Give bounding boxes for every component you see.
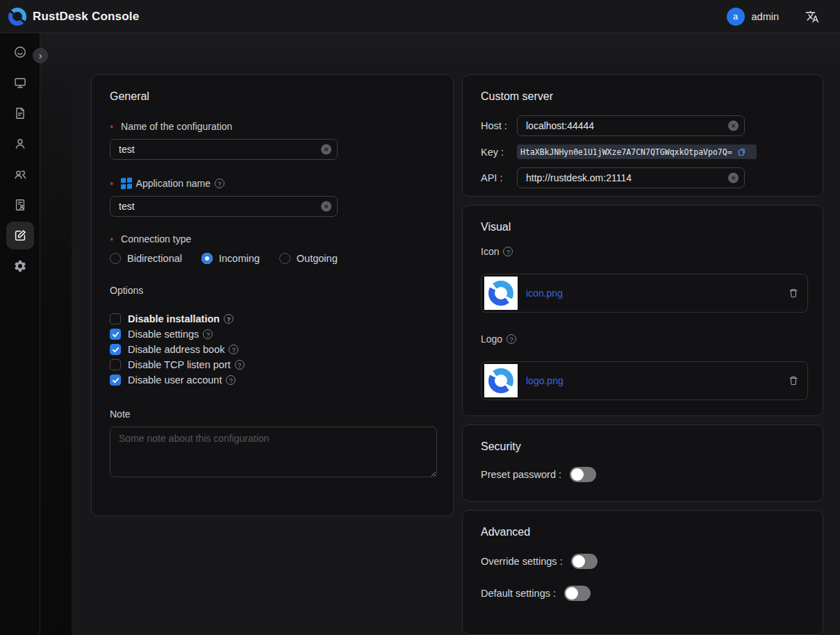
sidebar-item-groups[interactable] [6, 160, 34, 188]
document-icon [13, 106, 27, 120]
rustdesk-logo-icon [488, 368, 513, 393]
custom-server-title: Custom server [481, 90, 805, 103]
advanced-title: Advanced [481, 526, 805, 538]
user-group-icon [13, 167, 27, 181]
general-card: General Name of the configuration Applic… [91, 74, 454, 516]
trash-icon[interactable] [788, 288, 799, 299]
advanced-card: Advanced Override settings : Default set… [462, 510, 823, 635]
user-name[interactable]: admin [752, 11, 780, 22]
app-name-input[interactable] [110, 196, 338, 217]
preset-password-toggle[interactable] [570, 467, 596, 482]
preset-password-label: Preset password : [481, 469, 561, 480]
sidebar-item-users[interactable] [6, 130, 34, 158]
key-value: HtaXBkJNHyn0e1U1jWXze7A7CN7QTGWqxkOtpaVp… [520, 147, 732, 157]
rustdesk-logo-icon [8, 8, 26, 26]
radio-incoming[interactable]: Incoming [201, 253, 260, 264]
gear-icon [13, 259, 27, 273]
default-settings-toggle[interactable] [564, 586, 591, 601]
checkbox-disable-settings[interactable]: Disable settings [110, 327, 435, 342]
checkbox-checked-icon [110, 374, 121, 386]
logo-file-row: logo.png [481, 361, 808, 400]
radio-icon [279, 253, 290, 264]
override-settings-toggle[interactable] [571, 554, 598, 569]
sidebar [0, 33, 40, 635]
sidebar-item-overview[interactable] [6, 38, 34, 66]
visual-card: Visual Icon icon.png Logo [462, 205, 823, 416]
custom-server-card: Custom server Host : Key : HtaXBkJNHyn0e… [462, 74, 823, 197]
smiley-icon [13, 45, 27, 59]
checkbox-checked-icon [110, 329, 121, 340]
checkbox-disable-user-account[interactable]: Disable user account [110, 372, 435, 388]
key-label: Key : [481, 147, 517, 158]
config-name-input[interactable] [110, 139, 338, 160]
logo-file-link[interactable]: logo.png [526, 375, 563, 386]
note-label: Note [110, 409, 435, 420]
clear-icon[interactable] [321, 145, 331, 155]
host-input[interactable] [517, 115, 745, 136]
trash-icon[interactable] [788, 375, 799, 386]
key-value-box: HtaXBkJNHyn0e1U1jWXze7A7CN7QTGWqxkOtpaVp… [517, 145, 757, 159]
connection-type-label: Connection type [110, 233, 435, 245]
help-icon[interactable] [507, 334, 516, 344]
radio-bidirectional[interactable]: Bidirectional [110, 253, 182, 264]
radio-selected-icon [201, 253, 213, 264]
user-icon [13, 137, 27, 151]
connection-type-radio-group: Bidirectional Incoming Outgoing [110, 253, 435, 264]
host-label: Host : [481, 120, 517, 131]
translate-icon[interactable] [805, 10, 819, 24]
checkbox-disable-installation[interactable]: Disable installation [110, 311, 435, 327]
windows-icon [121, 178, 132, 190]
help-icon[interactable] [235, 360, 245, 370]
override-settings-label: Override settings : [481, 556, 563, 567]
avatar[interactable]: a [727, 8, 745, 26]
checkbox-checked-icon [110, 344, 121, 355]
main-content: General Name of the configuration Applic… [72, 64, 840, 635]
note-textarea[interactable] [110, 427, 437, 477]
sidebar-item-documents[interactable] [6, 99, 34, 127]
options-label: Options [110, 285, 435, 296]
help-icon[interactable] [215, 179, 224, 188]
visual-title: Visual [481, 221, 805, 233]
monitor-icon [13, 76, 27, 90]
icon-file-row: icon.png [481, 274, 808, 313]
icon-label: Icon [481, 246, 805, 257]
app-title: RustDesk Console [33, 10, 139, 24]
icon-file-link[interactable]: icon.png [526, 288, 563, 299]
logo-label: Logo [481, 333, 805, 345]
checkbox-disable-address-book[interactable]: Disable address book [110, 342, 435, 357]
copy-icon[interactable] [736, 147, 746, 157]
checkbox-icon [110, 359, 121, 370]
security-card: Security Preset password : [462, 424, 823, 502]
edit-square-icon [13, 229, 27, 242]
radio-icon [110, 253, 121, 264]
radio-outgoing[interactable]: Outgoing [279, 253, 338, 264]
checkbox-icon [110, 313, 121, 324]
sidebar-item-audit[interactable] [6, 191, 34, 219]
icon-thumbnail [484, 277, 518, 310]
sidebar-expand-button[interactable]: › [33, 48, 48, 63]
help-icon[interactable] [229, 345, 238, 354]
app-header: RustDesk Console a admin [0, 0, 840, 33]
logo-thumbnail [484, 364, 518, 397]
default-settings-label: Default settings : [481, 588, 556, 599]
help-icon[interactable] [503, 247, 513, 256]
sidebar-item-custom-clients[interactable] [6, 222, 34, 249]
config-name-label: Name of the configuration [110, 121, 435, 132]
rustdesk-logo-icon [488, 281, 513, 306]
security-title: Security [481, 440, 805, 453]
clear-icon[interactable] [728, 121, 739, 131]
help-icon[interactable] [203, 329, 213, 339]
document-user-icon [13, 198, 27, 212]
api-label: API : [481, 172, 517, 183]
app-name-label: Application name [110, 178, 435, 189]
sidebar-item-settings[interactable] [6, 252, 34, 280]
checkbox-disable-tcp-listen-port[interactable]: Disable TCP listen port [110, 357, 435, 372]
sidebar-item-devices[interactable] [6, 69, 34, 97]
help-icon[interactable] [226, 375, 236, 385]
general-title: General [110, 90, 435, 103]
api-input[interactable] [517, 167, 745, 188]
clear-icon[interactable] [321, 201, 331, 212]
clear-icon[interactable] [728, 173, 739, 183]
help-icon[interactable] [224, 314, 233, 324]
